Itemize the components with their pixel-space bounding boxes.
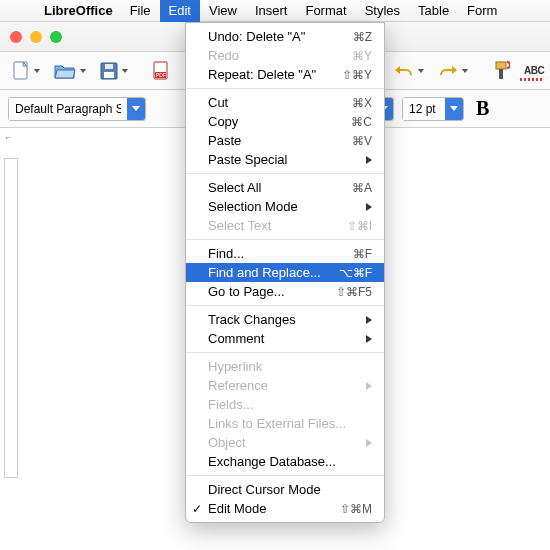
menu-item-repeat-delete-a[interactable]: Repeat: Delete "A"⇧⌘Y bbox=[186, 65, 384, 84]
menu-item-label: Fields... bbox=[208, 397, 372, 412]
menu-separator bbox=[186, 239, 384, 240]
font-size-combo[interactable] bbox=[402, 97, 464, 121]
menu-item-label: Exchange Database... bbox=[208, 454, 372, 469]
menu-item-label: Comment bbox=[208, 331, 360, 346]
svg-rect-8 bbox=[499, 69, 503, 79]
redo-icon bbox=[438, 63, 458, 79]
submenu-arrow-icon bbox=[366, 382, 372, 390]
menu-item-label: Repeat: Delete "A" bbox=[208, 67, 342, 82]
menu-item-undo-delete-a[interactable]: Undo: Delete "A"⌘Z bbox=[186, 27, 384, 46]
paragraph-style-dropdown-button[interactable] bbox=[127, 98, 145, 120]
menu-separator bbox=[186, 305, 384, 306]
menu-item-exchange-database[interactable]: Exchange Database... bbox=[186, 452, 384, 471]
undo-icon bbox=[394, 63, 414, 79]
menu-item-label: Undo: Delete "A" bbox=[208, 29, 353, 44]
bold-button[interactable]: B bbox=[472, 97, 493, 120]
submenu-arrow-icon bbox=[366, 335, 372, 343]
caret-down-icon bbox=[34, 69, 40, 73]
new-document-button[interactable] bbox=[8, 58, 44, 84]
menu-item-paste-special[interactable]: Paste Special bbox=[186, 150, 384, 169]
menu-shortcut: ⇧⌘M bbox=[340, 502, 372, 516]
abc-icon-text: ABC bbox=[524, 65, 544, 76]
redo-button[interactable] bbox=[434, 60, 472, 82]
close-window-button[interactable] bbox=[10, 31, 22, 43]
menu-item-label: Copy bbox=[208, 114, 351, 129]
menu-item-edit-mode[interactable]: ✓Edit Mode⇧⌘M bbox=[186, 499, 384, 518]
pdf-icon: PDF bbox=[152, 61, 170, 81]
menu-form[interactable]: Form bbox=[458, 0, 506, 22]
zoom-window-button[interactable] bbox=[50, 31, 62, 43]
menu-item-comment[interactable]: Comment bbox=[186, 329, 384, 348]
menu-format[interactable]: Format bbox=[296, 0, 355, 22]
menu-item-redo: Redo⌘Y bbox=[186, 46, 384, 65]
font-size-input[interactable] bbox=[403, 98, 445, 120]
svg-rect-7 bbox=[496, 62, 506, 69]
menu-item-selection-mode[interactable]: Selection Mode bbox=[186, 197, 384, 216]
menu-item-object: Object bbox=[186, 433, 384, 452]
menu-item-find-and-replace[interactable]: Find and Replace...⌥⌘F bbox=[186, 263, 384, 282]
check-icon: ✓ bbox=[192, 502, 202, 516]
caret-down-icon bbox=[418, 69, 424, 73]
paragraph-style-input[interactable] bbox=[9, 98, 127, 120]
menu-item-label: Edit Mode bbox=[208, 501, 340, 516]
menu-shortcut: ⌘Y bbox=[352, 49, 372, 63]
menu-edit[interactable]: Edit bbox=[160, 0, 200, 22]
menu-item-select-all[interactable]: Select All⌘A bbox=[186, 178, 384, 197]
svg-text:PDF: PDF bbox=[156, 72, 166, 78]
menu-item-go-to-page[interactable]: Go to Page...⇧⌘F5 bbox=[186, 282, 384, 301]
menu-file[interactable]: File bbox=[121, 0, 160, 22]
menu-item-label: Paste Special bbox=[208, 152, 360, 167]
save-icon bbox=[100, 62, 118, 80]
menu-item-label: Paste bbox=[208, 133, 352, 148]
menu-item-label: Select Text bbox=[208, 218, 347, 233]
submenu-arrow-icon bbox=[366, 156, 372, 164]
menu-item-find[interactable]: Find...⌘F bbox=[186, 244, 384, 263]
paint-format-icon bbox=[492, 61, 510, 81]
svg-rect-2 bbox=[104, 72, 114, 78]
save-document-button[interactable] bbox=[96, 59, 132, 83]
vertical-ruler bbox=[4, 158, 18, 478]
submenu-arrow-icon bbox=[366, 203, 372, 211]
menu-item-label: Redo bbox=[208, 48, 352, 63]
menu-shortcut: ⌘F bbox=[353, 247, 372, 261]
paragraph-style-combo[interactable] bbox=[8, 97, 146, 121]
menu-styles[interactable]: Styles bbox=[356, 0, 409, 22]
menu-item-label: Select All bbox=[208, 180, 352, 195]
clone-formatting-button[interactable] bbox=[488, 58, 514, 84]
menu-shortcut: ⌘C bbox=[351, 115, 372, 129]
menu-item-cut[interactable]: Cut⌘X bbox=[186, 93, 384, 112]
folder-open-icon bbox=[54, 62, 76, 80]
submenu-arrow-icon bbox=[366, 316, 372, 324]
app-name[interactable]: LibreOffice bbox=[36, 3, 121, 18]
caret-down-icon bbox=[132, 106, 140, 111]
minimize-window-button[interactable] bbox=[30, 31, 42, 43]
menu-separator bbox=[186, 88, 384, 89]
edit-menu-dropdown: Undo: Delete "A"⌘ZRedo⌘YRepeat: Delete "… bbox=[185, 22, 385, 523]
menu-insert[interactable]: Insert bbox=[246, 0, 297, 22]
font-size-dropdown-button[interactable] bbox=[445, 98, 463, 120]
spellcheck-button[interactable]: ABC bbox=[520, 62, 548, 79]
menu-item-copy[interactable]: Copy⌘C bbox=[186, 112, 384, 131]
menu-table[interactable]: Table bbox=[409, 0, 458, 22]
open-document-button[interactable] bbox=[50, 59, 90, 83]
menu-item-paste[interactable]: Paste⌘V bbox=[186, 131, 384, 150]
menu-shortcut: ⌘V bbox=[352, 134, 372, 148]
menu-item-track-changes[interactable]: Track Changes bbox=[186, 310, 384, 329]
menu-item-label: Hyperlink bbox=[208, 359, 372, 374]
menu-separator bbox=[186, 173, 384, 174]
menu-view[interactable]: View bbox=[200, 0, 246, 22]
submenu-arrow-icon bbox=[366, 439, 372, 447]
menu-item-label: Object bbox=[208, 435, 360, 450]
svg-rect-3 bbox=[105, 64, 113, 69]
menu-item-label: Direct Cursor Mode bbox=[208, 482, 372, 497]
menu-item-label: Find and Replace... bbox=[208, 265, 339, 280]
menu-separator bbox=[186, 352, 384, 353]
menu-shortcut: ⌥⌘F bbox=[339, 266, 372, 280]
undo-button[interactable] bbox=[390, 60, 428, 82]
export-pdf-button[interactable]: PDF bbox=[148, 58, 174, 84]
spell-wave-icon bbox=[520, 78, 544, 81]
menu-item-direct-cursor-mode[interactable]: Direct Cursor Mode bbox=[186, 480, 384, 499]
menu-shortcut: ⌘Z bbox=[353, 30, 372, 44]
menu-item-reference: Reference bbox=[186, 376, 384, 395]
menu-item-label: Cut bbox=[208, 95, 352, 110]
